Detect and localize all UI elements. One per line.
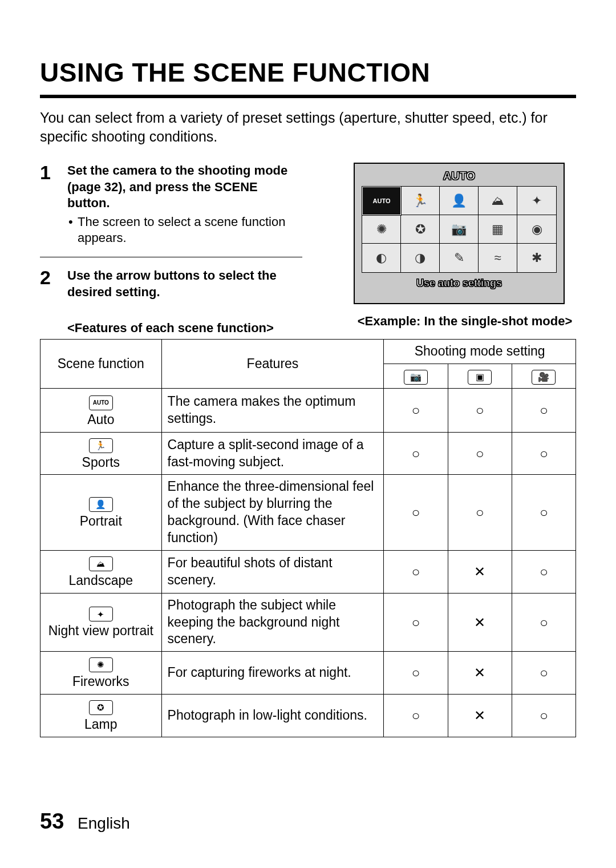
mode-support-cell: ○ — [448, 475, 512, 551]
generic-icon: ◉ — [532, 222, 542, 237]
intro-text: You can select from a variety of preset … — [40, 108, 576, 146]
mode-support-cell: ○ — [448, 389, 512, 432]
supported-icon: ○ — [476, 402, 484, 418]
scene-feature: For capturing fireworks at night. — [161, 652, 384, 695]
scene-name: Lamp — [46, 716, 156, 733]
scene-cell-icon: ✪ — [401, 215, 440, 244]
scene-icon: ✺ — [89, 657, 113, 672]
scene-icon: ✦ — [89, 607, 113, 621]
mode-support-cell: ○ — [512, 695, 576, 737]
scene-icon: ⛰ — [89, 556, 113, 571]
scene-cell-icon: ≈ — [479, 244, 517, 272]
mode-support-cell: ○ — [512, 432, 576, 475]
supported-icon: ○ — [540, 504, 548, 520]
mode-support-cell: ○ — [384, 389, 448, 432]
mode-support-cell: ○ — [384, 432, 448, 475]
supported-icon: ○ — [540, 665, 548, 680]
table-row: 🏃SportsCapture a split-second image of a… — [40, 432, 576, 475]
scene-cell-icon: 🏃 — [401, 187, 440, 215]
supported-icon: ○ — [412, 402, 420, 418]
scene-name: Auto — [46, 411, 156, 429]
mode-support-cell: ○ — [512, 593, 576, 652]
scene-feature: Enhance the three-dimensional feel of th… — [161, 475, 384, 551]
mode-support-cell: ○ — [384, 652, 448, 695]
scene-name-cell: AUTOAuto — [40, 389, 162, 432]
mode-support-cell: ✕ — [448, 551, 512, 594]
supported-icon: ○ — [540, 446, 548, 461]
scene-name: Portrait — [46, 513, 156, 530]
mode-support-cell: ✕ — [448, 652, 512, 695]
supported-icon: ○ — [412, 504, 420, 520]
scene-feature: For beautiful shots of distant scenery. — [161, 551, 384, 594]
fireworks-icon: ✺ — [376, 222, 387, 237]
step-1: 1 Set the camera to the shooting mode (p… — [40, 163, 302, 257]
scene-cell-icon: 👤 — [440, 187, 479, 215]
scene-feature: Capture a split-second image of a fast-m… — [161, 432, 384, 475]
table-row: AUTOAutoThe camera makes the optimum set… — [40, 389, 576, 432]
supported-icon: ○ — [412, 564, 420, 579]
page-footer: 53 English — [40, 809, 130, 834]
scene-feature: The camera makes the optimum settings. — [161, 389, 384, 432]
scene-name-cell: ✦Night view portrait — [40, 593, 162, 652]
step-number: 2 — [40, 268, 56, 300]
supported-icon: ○ — [540, 564, 548, 579]
table-row: ✦Night view portraitPhotograph the subje… — [40, 593, 576, 652]
scene-menu-header: AUTO — [362, 169, 557, 183]
mode-support-cell: ○ — [512, 475, 576, 551]
scene-features-table: Scene function Features Shooting mode se… — [40, 339, 576, 737]
scene-name: Fireworks — [46, 673, 156, 691]
scene-icon: 🏃 — [89, 438, 113, 453]
page-number: 53 — [40, 809, 64, 833]
mode-support-cell: ○ — [512, 389, 576, 432]
table-caption: <Features of each scene function> — [67, 321, 331, 336]
scene-cell-auto: AUTO — [362, 187, 401, 215]
unsupported-icon: ✕ — [474, 564, 485, 579]
mode-support-cell: ○ — [512, 652, 576, 695]
unsupported-icon: ✕ — [474, 708, 485, 723]
mode-support-cell: ○ — [384, 475, 448, 551]
page-language: English — [78, 814, 130, 832]
th-mode-sequential: ▣ — [448, 364, 512, 389]
th-mode-single: 📷 — [384, 364, 448, 389]
video-icon: 🎥 — [532, 370, 556, 385]
th-features: Features — [161, 340, 384, 389]
table-row: ✪LampPhotograph in low-light conditions.… — [40, 695, 576, 737]
supported-icon: ○ — [412, 446, 420, 461]
supported-icon: ○ — [476, 446, 484, 461]
th-modes: Shooting mode setting — [384, 340, 576, 364]
scene-name-cell: ⛰Landscape — [40, 551, 162, 594]
scene-name: Landscape — [46, 572, 156, 590]
table-row: 👤PortraitEnhance the three-dimensional f… — [40, 475, 576, 551]
scene-grid: AUTO 🏃 👤 ⛰ ✦ ✺ ✪ 📷 ▦ ◉ ◐ ◑ ✎ ≈ ✱ — [362, 186, 557, 273]
scene-cell-icon: ✱ — [517, 244, 556, 272]
scene-cell-icon: 📷 — [440, 215, 479, 244]
page-title: USING THE SCENE FUNCTION — [40, 57, 576, 98]
step-number: 1 — [40, 163, 56, 247]
mode-support-cell: ○ — [512, 551, 576, 594]
portrait-icon: 👤 — [451, 193, 467, 208]
step-2: 2 Use the arrow buttons to select the de… — [40, 268, 302, 310]
scene-name-cell: 🏃Sports — [40, 432, 162, 475]
scene-name-cell: ✺Fireworks — [40, 652, 162, 695]
scene-feature: Photograph in low-light conditions. — [161, 695, 384, 737]
scene-menu-footer: Use auto settings — [362, 277, 557, 289]
scene-cell-icon: ⛰ — [479, 187, 517, 215]
supported-icon: ○ — [412, 615, 420, 630]
scene-cell-icon: ✺ — [362, 215, 401, 244]
scene-cell-icon: ◑ — [401, 244, 440, 272]
supported-icon: ○ — [540, 402, 548, 418]
sports-icon: 🏃 — [412, 193, 428, 208]
step-subtext: The screen to select a scene function ap… — [67, 214, 302, 247]
supported-icon: ○ — [540, 708, 548, 723]
mode-support-cell: ○ — [448, 432, 512, 475]
supported-icon: ○ — [540, 615, 548, 630]
generic-icon: ▦ — [492, 222, 504, 237]
generic-icon: ◐ — [376, 251, 387, 265]
generic-icon: ◑ — [415, 251, 425, 265]
lamp-icon: ✪ — [415, 222, 425, 237]
camera-icon: 📷 — [404, 370, 428, 385]
step-heading: Set the camera to the shooting mode (pag… — [67, 163, 302, 212]
step-heading: Use the arrow buttons to select the desi… — [67, 268, 302, 300]
generic-icon: ✱ — [532, 251, 542, 265]
scene-name: Night view portrait — [46, 623, 156, 640]
